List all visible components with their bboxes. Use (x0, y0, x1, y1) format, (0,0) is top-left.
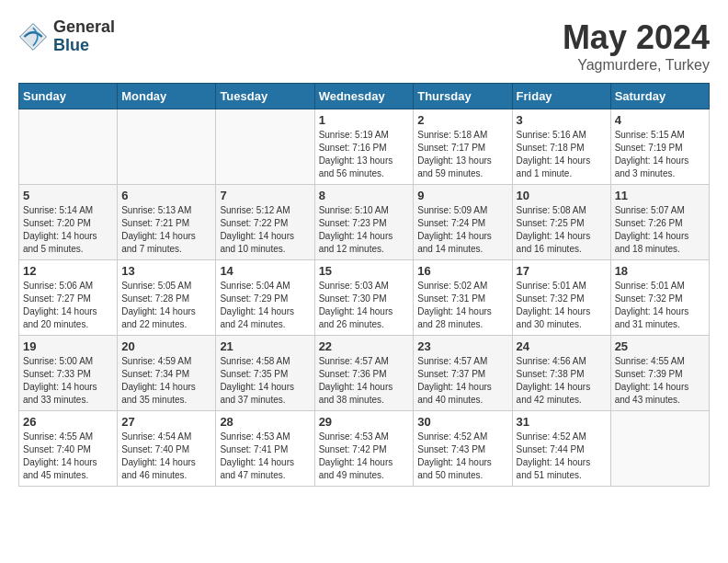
table-row: 1Sunrise: 5:19 AMSunset: 7:16 PMDaylight… (314, 109, 414, 185)
table-row: 4Sunrise: 5:15 AMSunset: 7:19 PMDaylight… (610, 109, 709, 185)
day-info: Sunrise: 4:55 AMSunset: 7:40 PMDaylight:… (23, 431, 113, 482)
day-number: 20 (121, 339, 211, 353)
header-tuesday: Tuesday (216, 84, 314, 109)
table-row: 2Sunrise: 5:18 AMSunset: 7:17 PMDaylight… (414, 109, 512, 185)
day-info: Sunrise: 5:03 AMSunset: 7:30 PMDaylight:… (319, 280, 410, 331)
table-row: 31Sunrise: 4:52 AMSunset: 7:44 PMDayligh… (512, 411, 610, 487)
table-row: 18Sunrise: 5:01 AMSunset: 7:32 PMDayligh… (610, 260, 709, 336)
logo-icon (18, 22, 48, 52)
table-row: 8Sunrise: 5:10 AMSunset: 7:23 PMDaylight… (314, 185, 414, 260)
table-row: 17Sunrise: 5:01 AMSunset: 7:32 PMDayligh… (512, 260, 610, 336)
day-number: 2 (417, 113, 507, 127)
table-row: 5Sunrise: 5:14 AMSunset: 7:20 PMDaylight… (19, 185, 118, 260)
day-info: Sunrise: 5:00 AMSunset: 7:33 PMDaylight:… (23, 355, 113, 407)
table-row: 20Sunrise: 4:59 AMSunset: 7:34 PMDayligh… (118, 336, 216, 411)
week-row-4: 26Sunrise: 4:55 AMSunset: 7:40 PMDayligh… (19, 411, 710, 487)
day-info: Sunrise: 5:07 AMSunset: 7:26 PMDaylight:… (615, 204, 705, 256)
day-number: 16 (417, 264, 507, 278)
day-info: Sunrise: 5:05 AMSunset: 7:28 PMDaylight:… (121, 280, 211, 331)
day-info: Sunrise: 4:53 AMSunset: 7:41 PMDaylight:… (220, 431, 310, 482)
day-number: 9 (417, 189, 507, 202)
day-info: Sunrise: 5:12 AMSunset: 7:22 PMDaylight:… (220, 204, 310, 256)
day-number: 23 (417, 339, 507, 353)
day-number: 8 (319, 189, 410, 202)
day-info: Sunrise: 5:02 AMSunset: 7:31 PMDaylight:… (417, 280, 507, 331)
logo-general-text: General (53, 18, 115, 37)
day-number: 3 (517, 113, 607, 127)
table-row: 12Sunrise: 5:06 AMSunset: 7:27 PMDayligh… (19, 260, 118, 336)
table-row: 23Sunrise: 4:57 AMSunset: 7:37 PMDayligh… (414, 336, 512, 411)
day-info: Sunrise: 4:59 AMSunset: 7:34 PMDaylight:… (121, 355, 211, 407)
day-number: 30 (417, 415, 507, 429)
week-row-0: 1Sunrise: 5:19 AMSunset: 7:16 PMDaylight… (19, 109, 710, 185)
day-info: Sunrise: 4:58 AMSunset: 7:35 PMDaylight:… (220, 355, 310, 407)
table-row: 25Sunrise: 4:55 AMSunset: 7:39 PMDayligh… (610, 336, 709, 411)
table-row: 27Sunrise: 4:54 AMSunset: 7:40 PMDayligh… (118, 411, 216, 487)
table-row (610, 411, 709, 487)
table-row: 16Sunrise: 5:02 AMSunset: 7:31 PMDayligh… (414, 260, 512, 336)
day-info: Sunrise: 5:13 AMSunset: 7:21 PMDaylight:… (121, 204, 211, 256)
day-info: Sunrise: 4:57 AMSunset: 7:37 PMDaylight:… (417, 355, 507, 407)
table-row (118, 109, 216, 185)
table-row: 30Sunrise: 4:52 AMSunset: 7:43 PMDayligh… (414, 411, 512, 487)
day-info: Sunrise: 5:01 AMSunset: 7:32 PMDaylight:… (615, 280, 705, 331)
day-number: 22 (319, 339, 410, 353)
day-info: Sunrise: 5:19 AMSunset: 7:16 PMDaylight:… (319, 129, 410, 180)
day-info: Sunrise: 5:08 AMSunset: 7:25 PMDaylight:… (517, 204, 607, 256)
table-row: 7Sunrise: 5:12 AMSunset: 7:22 PMDaylight… (216, 185, 314, 260)
day-info: Sunrise: 4:53 AMSunset: 7:42 PMDaylight:… (319, 431, 410, 482)
week-row-1: 5Sunrise: 5:14 AMSunset: 7:20 PMDaylight… (19, 185, 710, 260)
table-row: 11Sunrise: 5:07 AMSunset: 7:26 PMDayligh… (610, 185, 709, 260)
calendar-title: May 2024 (563, 18, 710, 57)
table-row: 29Sunrise: 4:53 AMSunset: 7:42 PMDayligh… (314, 411, 414, 487)
header-sunday: Sunday (19, 84, 118, 109)
table-row: 19Sunrise: 5:00 AMSunset: 7:33 PMDayligh… (19, 336, 118, 411)
week-row-3: 19Sunrise: 5:00 AMSunset: 7:33 PMDayligh… (19, 336, 710, 411)
day-info: Sunrise: 4:57 AMSunset: 7:36 PMDaylight:… (319, 355, 410, 407)
table-row: 13Sunrise: 5:05 AMSunset: 7:28 PMDayligh… (118, 260, 216, 336)
day-info: Sunrise: 5:04 AMSunset: 7:29 PMDaylight:… (220, 280, 310, 331)
table-row: 28Sunrise: 4:53 AMSunset: 7:41 PMDayligh… (216, 411, 314, 487)
day-number: 18 (615, 264, 705, 278)
day-number: 15 (319, 264, 410, 278)
day-number: 27 (121, 415, 211, 429)
day-number: 11 (615, 189, 705, 202)
calendar-location: Yagmurdere, Turkey (563, 57, 710, 74)
table-row: 10Sunrise: 5:08 AMSunset: 7:25 PMDayligh… (512, 185, 610, 260)
header-friday: Friday (512, 84, 610, 109)
header-wednesday: Wednesday (314, 84, 414, 109)
header-monday: Monday (118, 84, 216, 109)
header-saturday: Saturday (610, 84, 709, 109)
day-number: 28 (220, 415, 310, 429)
day-info: Sunrise: 5:01 AMSunset: 7:32 PMDaylight:… (517, 280, 607, 331)
day-info: Sunrise: 4:52 AMSunset: 7:44 PMDaylight:… (517, 431, 607, 482)
day-number: 6 (121, 189, 211, 202)
calendar-table: Sunday Monday Tuesday Wednesday Thursday… (18, 83, 710, 487)
day-number: 5 (23, 189, 113, 202)
logo-text: General Blue (53, 18, 115, 55)
logo-blue-text: Blue (53, 37, 115, 55)
day-number: 1 (319, 113, 410, 127)
day-info: Sunrise: 5:15 AMSunset: 7:19 PMDaylight:… (615, 129, 705, 180)
day-number: 31 (517, 415, 607, 429)
day-info: Sunrise: 5:10 AMSunset: 7:23 PMDaylight:… (319, 204, 410, 256)
table-row: 15Sunrise: 5:03 AMSunset: 7:30 PMDayligh… (314, 260, 414, 336)
day-info: Sunrise: 4:56 AMSunset: 7:38 PMDaylight:… (517, 355, 607, 407)
table-row: 26Sunrise: 4:55 AMSunset: 7:40 PMDayligh… (19, 411, 118, 487)
day-number: 25 (615, 339, 705, 353)
day-info: Sunrise: 5:09 AMSunset: 7:24 PMDaylight:… (417, 204, 507, 256)
week-row-2: 12Sunrise: 5:06 AMSunset: 7:27 PMDayligh… (19, 260, 710, 336)
weekday-header-row: Sunday Monday Tuesday Wednesday Thursday… (19, 84, 710, 109)
day-number: 10 (517, 189, 607, 202)
header-thursday: Thursday (414, 84, 512, 109)
table-row (19, 109, 118, 185)
day-info: Sunrise: 4:55 AMSunset: 7:39 PMDaylight:… (615, 355, 705, 407)
day-info: Sunrise: 4:54 AMSunset: 7:40 PMDaylight:… (121, 431, 211, 482)
table-row: 22Sunrise: 4:57 AMSunset: 7:36 PMDayligh… (314, 336, 414, 411)
page-header: General Blue May 2024 Yagmurdere, Turkey (18, 18, 710, 74)
day-number: 7 (220, 189, 310, 202)
logo: General Blue (18, 18, 115, 55)
table-row: 21Sunrise: 4:58 AMSunset: 7:35 PMDayligh… (216, 336, 314, 411)
day-number: 12 (23, 264, 113, 278)
day-number: 24 (517, 339, 607, 353)
